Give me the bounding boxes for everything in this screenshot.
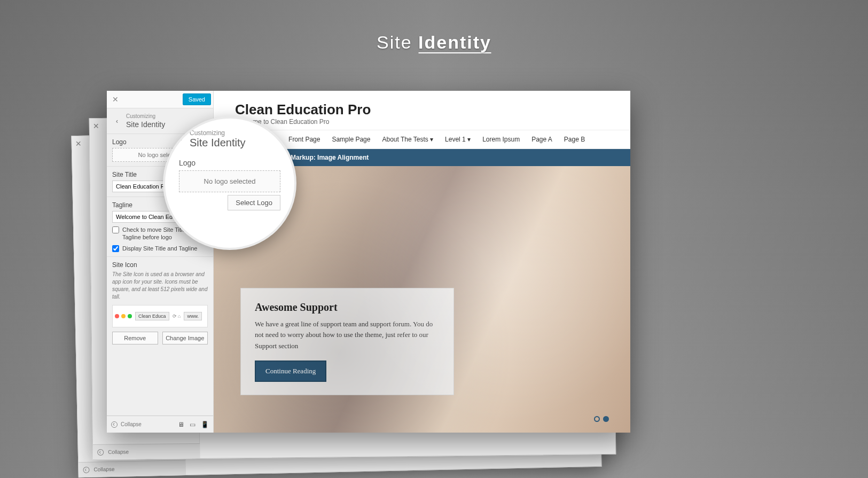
saved-badge[interactable]: Saved — [183, 93, 211, 105]
display-title-checkbox[interactable]: Display Site Title and Tagline — [112, 245, 208, 252]
logo-dropzone[interactable]: No logo selected — [179, 170, 280, 192]
nav-item[interactable]: Page A — [531, 136, 552, 143]
preview-site-title[interactable]: Clean Education Pro — [235, 101, 609, 118]
title-prefix: Site — [377, 32, 418, 52]
slider-dot[interactable] — [594, 416, 600, 422]
logo-label: Logo — [179, 159, 280, 167]
select-logo-button[interactable]: Select Logo — [228, 195, 280, 210]
nav-item[interactable]: Page B — [564, 136, 585, 143]
heading-sup: Customizing — [126, 113, 165, 120]
site-icon-preview: Clean Educa ⟳ ⌂ www. — [112, 305, 208, 327]
magnifier-lens: ‹ Customizing Site Identity Logo No logo… — [163, 116, 296, 250]
preview-tagline: Welcome to Clean Education Pro — [235, 118, 609, 126]
close-button[interactable]: ✕ — [109, 93, 122, 106]
nav-item[interactable]: Front Page — [288, 136, 320, 143]
display-title-check-input[interactable] — [112, 245, 119, 252]
nav-item[interactable]: Lorem Ipsum — [482, 136, 520, 143]
desktop-preview-icon[interactable]: 🖥 — [178, 421, 184, 428]
browser-url-chip: www. — [184, 312, 202, 320]
slider-dot-active[interactable] — [603, 416, 609, 422]
back-button[interactable]: ‹ — [112, 116, 122, 126]
panel-title: Site Identity — [190, 137, 246, 149]
browser-tab-chip: Clean Educa — [135, 312, 169, 320]
close-icon: ✕ — [75, 139, 82, 148]
hero-title: Awesome Support — [255, 301, 440, 314]
remove-button[interactable]: Remove — [112, 332, 158, 344]
hero-caption: Awesome Support We have a great line of … — [240, 288, 454, 395]
page-title: Site Identity — [377, 32, 491, 53]
slider-dots — [594, 416, 609, 422]
nav-item[interactable]: Sample Page — [332, 136, 370, 143]
mobile-preview-icon[interactable]: 📱 — [201, 421, 209, 428]
collapse-button[interactable]: Collapse — [111, 421, 142, 428]
close-icon: ✕ — [93, 122, 99, 130]
site-icon-section: Site Icon The Site Icon is used as a bro… — [107, 257, 213, 349]
tablet-preview-icon[interactable]: ▭ — [190, 421, 196, 428]
ticker-item[interactable]: Markup: Image Alignment — [291, 154, 369, 161]
nav-item[interactable]: About The Tests ▾ — [382, 136, 433, 143]
hero-body: We have a great line of support team and… — [255, 319, 440, 352]
title-highlight: Identity — [418, 32, 491, 53]
change-image-button[interactable]: Change Image — [162, 332, 208, 344]
site-icon-desc: The Site Icon is used as a browser and a… — [112, 271, 208, 301]
move-title-check-input[interactable] — [112, 226, 119, 233]
site-icon-label: Site Icon — [112, 261, 208, 269]
collapse-icon — [111, 421, 118, 428]
heading-sup: Customizing — [190, 129, 246, 137]
panel-title: Site Identity — [126, 120, 165, 129]
hero-cta-button[interactable]: Continue Reading — [255, 361, 326, 382]
sidebar-footer: Collapse 🖥 ▭ 📱 — [107, 416, 213, 433]
nav-item[interactable]: Level 1 ▾ — [445, 136, 471, 143]
